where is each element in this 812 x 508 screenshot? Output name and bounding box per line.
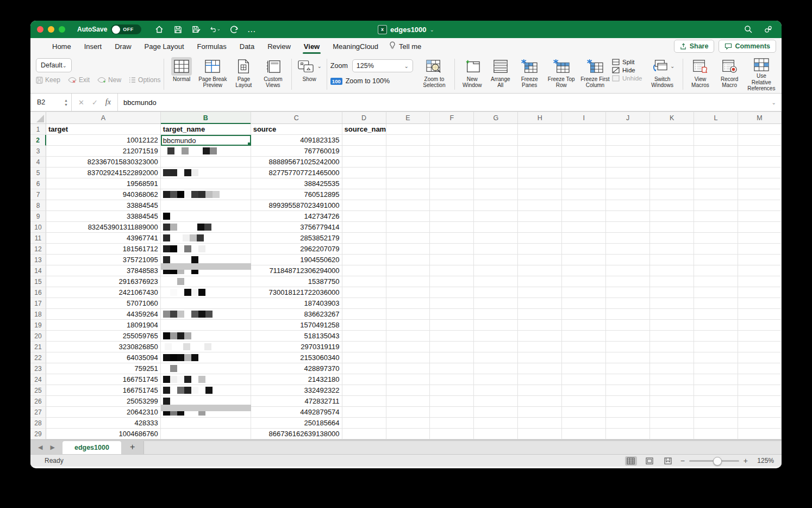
cell-K19[interactable]	[650, 320, 694, 331]
record-macro-button[interactable]: Record Macro	[714, 57, 744, 92]
cell-K5[interactable]	[650, 168, 694, 178]
cell-E24[interactable]	[386, 374, 430, 385]
document-title[interactable]: x edges1000 ⌄	[378, 21, 434, 38]
cell-M25[interactable]	[738, 385, 782, 396]
ribbon-tab-insert[interactable]: Insert	[78, 38, 109, 54]
cell-I29[interactable]	[562, 429, 606, 439]
cell-I20[interactable]	[562, 331, 606, 342]
row-header-23[interactable]: 23	[30, 363, 46, 374]
cell-L6[interactable]	[694, 178, 738, 189]
cell-G7[interactable]	[474, 189, 518, 200]
cell-G21[interactable]	[474, 342, 518, 352]
cell-A12[interactable]: 181561712	[46, 244, 161, 255]
split-button[interactable]: Split	[612, 59, 642, 65]
cell-K27[interactable]	[650, 407, 694, 418]
sheet-view-dropdown[interactable]: Default ⌄	[36, 58, 72, 72]
cell-D5[interactable]	[342, 168, 386, 178]
cell-B7[interactable]	[161, 189, 251, 200]
cell-D16[interactable]	[342, 287, 386, 298]
cell-F19[interactable]	[430, 320, 474, 331]
cell-C5[interactable]: 827757707721465000	[251, 168, 342, 178]
cell-I6[interactable]	[562, 178, 606, 189]
select-all-corner[interactable]	[30, 112, 46, 123]
ribbon-tab-review[interactable]: Review	[261, 38, 297, 54]
cell-J13[interactable]	[606, 255, 650, 265]
more-toolbar-icon[interactable]: …	[247, 24, 257, 34]
row-header-28[interactable]: 28	[30, 418, 46, 429]
cell-A20[interactable]: 255059765	[46, 331, 161, 342]
page-layout-status-icon[interactable]	[644, 456, 655, 466]
cell-B16[interactable]	[161, 287, 251, 298]
save-icon[interactable]	[173, 24, 183, 34]
cell-D26[interactable]	[342, 396, 386, 407]
cell-E23[interactable]	[386, 363, 430, 374]
cell-G19[interactable]	[474, 320, 518, 331]
cell-F16[interactable]	[430, 287, 474, 298]
cell-A4[interactable]: 823367015830323000	[46, 157, 161, 168]
sheet-tab-edges1000[interactable]: edges1000	[63, 441, 121, 454]
cell-H3[interactable]	[518, 146, 562, 157]
cell-I17[interactable]	[562, 298, 606, 309]
add-sheet-button[interactable]: +	[121, 440, 143, 454]
cell-C3[interactable]: 767760019	[251, 146, 342, 157]
cell-D9[interactable]	[342, 211, 386, 222]
cell-F28[interactable]	[430, 418, 474, 429]
cell-G9[interactable]	[474, 211, 518, 222]
cell-D28[interactable]	[342, 418, 386, 429]
cell-I10[interactable]	[562, 222, 606, 233]
cell-K26[interactable]	[650, 396, 694, 407]
cell-A7[interactable]: 940368062	[46, 189, 161, 200]
cell-G29[interactable]	[474, 429, 518, 439]
cell-F17[interactable]	[430, 298, 474, 309]
cell-I19[interactable]	[562, 320, 606, 331]
cell-H13[interactable]	[518, 255, 562, 265]
cell-E11[interactable]	[386, 233, 430, 244]
cell-G20[interactable]	[474, 331, 518, 342]
cell-M24[interactable]	[738, 374, 782, 385]
cell-H9[interactable]	[518, 211, 562, 222]
normal-view-status-icon[interactable]	[625, 456, 637, 466]
cell-C18[interactable]: 836623267	[251, 309, 342, 320]
cell-D13[interactable]	[342, 255, 386, 265]
cell-B2[interactable]: bbcmundo	[161, 135, 251, 146]
cell-C12[interactable]: 2962207079	[251, 244, 342, 255]
column-header-D[interactable]: D	[342, 112, 386, 123]
cell-F9[interactable]	[430, 211, 474, 222]
cell-E5[interactable]	[386, 168, 430, 178]
cell-G11[interactable]	[474, 233, 518, 244]
name-box[interactable]: B2 ▲▼	[30, 94, 72, 111]
profile-icon[interactable]	[763, 24, 773, 34]
cell-C8[interactable]: 899395587023491000	[251, 200, 342, 211]
cell-C14[interactable]: 711848712306294000	[251, 265, 342, 276]
cell-H16[interactable]	[518, 287, 562, 298]
cell-D17[interactable]	[342, 298, 386, 309]
cell-F15[interactable]	[430, 276, 474, 287]
row-header-5[interactable]: 5	[30, 168, 46, 178]
show-dropdown-button[interactable]: ⌄ Show	[295, 57, 323, 92]
cell-A25[interactable]: 166751745	[46, 385, 161, 396]
cell-B5[interactable]	[161, 168, 251, 178]
cell-J5[interactable]	[606, 168, 650, 178]
cell-K7[interactable]	[650, 189, 694, 200]
cell-J20[interactable]	[606, 331, 650, 342]
cell-H1[interactable]	[518, 124, 562, 135]
cell-G5[interactable]	[474, 168, 518, 178]
use-relative-references-button[interactable]: Use Relative References	[745, 57, 778, 92]
cell-E12[interactable]	[386, 244, 430, 255]
cell-K10[interactable]	[650, 222, 694, 233]
cell-E2[interactable]	[386, 135, 430, 146]
cell-F10[interactable]	[430, 222, 474, 233]
cell-E3[interactable]	[386, 146, 430, 157]
cell-L17[interactable]	[694, 298, 738, 309]
cell-E20[interactable]	[386, 331, 430, 342]
cell-C9[interactable]: 142734726	[251, 211, 342, 222]
cell-B8[interactable]	[161, 200, 251, 211]
cell-M27[interactable]	[738, 407, 782, 418]
column-header-I[interactable]: I	[562, 112, 606, 123]
cell-A18[interactable]: 44359264	[46, 309, 161, 320]
cell-E13[interactable]	[386, 255, 430, 265]
cell-M6[interactable]	[738, 178, 782, 189]
cell-J9[interactable]	[606, 211, 650, 222]
cell-F11[interactable]	[430, 233, 474, 244]
cell-H24[interactable]	[518, 374, 562, 385]
